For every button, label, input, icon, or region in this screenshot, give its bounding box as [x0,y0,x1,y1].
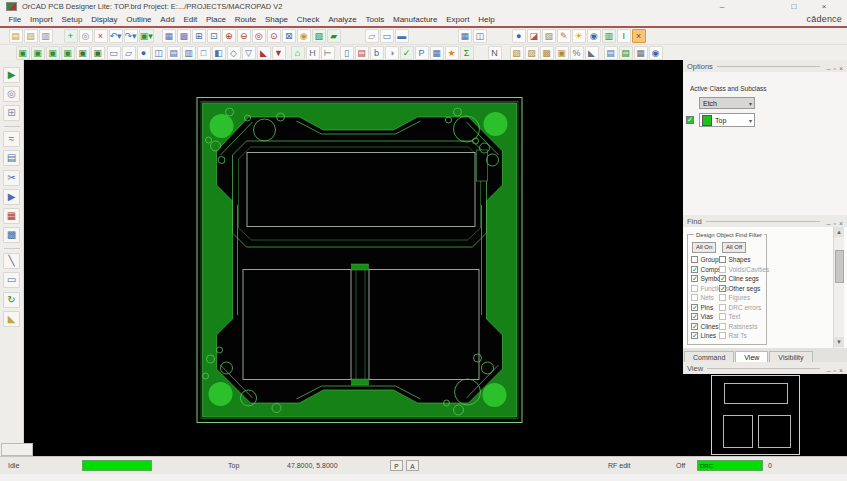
drc-update-icon[interactable]: ✓ [400,46,414,60]
property-edit-icon[interactable]: ▦ [458,29,472,43]
red-grid-icon[interactable]: ▦ [3,208,20,224]
tab-visibility[interactable]: Visibility [769,351,812,362]
world-view-icon[interactable]: ◉ [587,29,601,43]
padstack-lib-icon[interactable]: ▧ [510,46,524,60]
menu-manufacture[interactable]: Manufacture [389,15,442,24]
minimize-button[interactable]: – [714,1,730,12]
clipboard-icon[interactable]: ▯ [340,46,354,60]
rats-all-icon[interactable]: ▩ [177,29,191,43]
design-canvas[interactable] [24,60,683,456]
module-lib-icon[interactable]: ▩ [540,46,554,60]
menu-route[interactable]: Route [230,15,260,24]
refresh-tool-icon[interactable]: ↻ [3,292,20,308]
layer-visibility-icon-3[interactable]: ▣ [46,46,60,60]
close-panel-icon[interactable]: × [839,220,843,227]
redo-icon[interactable]: ↷▾ [124,29,138,43]
layer-visibility-icon-1[interactable]: ▣ [16,46,30,60]
unrats-all-icon[interactable]: ▦ [162,29,176,43]
export-pdf-icon[interactable]: ▤ [604,46,618,60]
save-design-icon[interactable]: ▥ [39,29,53,43]
checkbox-pins[interactable]: ✓ [691,304,698,311]
checkbox-symbols[interactable]: ✓ [691,275,698,282]
menu-analyze[interactable]: Analyze [324,15,361,24]
report-icon[interactable]: ▤ [355,46,369,60]
zoom-world-icon[interactable]: ◎ [252,29,266,43]
via-lib-icon[interactable]: ▨ [525,46,539,60]
report-chart-icon[interactable]: ▥ [602,29,616,43]
zoom-points-icon[interactable]: ⊞ [192,29,206,43]
sum-report-icon[interactable]: Σ [460,46,474,60]
percent-tool-icon[interactable]: % [570,46,584,60]
scrollbar-thumb[interactable] [835,250,844,283]
checkbox-cline-segs[interactable]: ✓ [719,275,726,282]
checkbox-shapes[interactable] [719,256,726,263]
move-icon[interactable]: □ [197,46,211,60]
fillet-icon[interactable]: ◣ [257,46,271,60]
tab-view[interactable]: View [735,351,768,362]
route-tool-icon[interactable]: ≈ [3,131,20,147]
show-element-icon[interactable]: ▱ [365,29,379,43]
home-icon[interactable]: ⌂ [291,46,305,60]
checkbox-comps[interactable]: ✓ [691,266,698,273]
class-dropdown[interactable]: Etch ▾ [699,97,755,109]
new-design-icon[interactable]: ▤ [9,29,23,43]
layer-visibility-icon-4[interactable]: ▣ [61,46,75,60]
find-scrollbar[interactable]: ▲ ▼ [833,227,844,348]
flash-icon[interactable]: ☀ [572,29,586,43]
highlight-icon[interactable]: ▬ [395,29,409,43]
mirror-icon[interactable]: ◧ [212,46,226,60]
blue-grid-icon[interactable]: ▩ [3,227,20,243]
hilite-icon[interactable]: H [306,46,320,60]
export-dxf-icon[interactable]: ▤ [619,46,633,60]
menu-display[interactable]: Display [87,15,122,24]
pick-mode-button[interactable]: P [390,460,403,471]
scroll-up-icon[interactable]: ▲ [834,227,844,237]
shape-edit-icon[interactable]: ◪ [527,29,541,43]
align-icon[interactable]: ▽ [242,46,256,60]
constraint-manager-icon[interactable]: ◫ [473,29,487,43]
all-off-button[interactable]: All Off [722,242,746,253]
label-tool-icon[interactable]: b [370,46,384,60]
checkbox-groups[interactable] [691,256,698,263]
menu-file[interactable]: File [4,15,26,24]
menu-add[interactable]: Add [156,15,179,24]
gear-icon[interactable]: ◎ [79,29,93,43]
spread-icon[interactable]: ● [137,46,151,60]
subclass-checkbox[interactable]: ✓ [686,116,694,124]
delete-icon[interactable]: × [94,29,108,43]
export-idf-icon[interactable]: ▦ [634,46,648,60]
menu-outline[interactable]: Outline [122,15,156,24]
menu-place[interactable]: Place [202,15,231,24]
layer-visibility-icon-5[interactable]: ▣ [76,46,90,60]
tab-command[interactable]: Command [684,351,734,362]
3d-canvas-icon[interactable]: ▧ [312,29,326,43]
menu-help[interactable]: Help [474,15,499,24]
menu-setup[interactable]: Setup [57,15,87,24]
float-panel-icon[interactable]: – [827,220,831,227]
pin-panel-icon[interactable]: ▫ [833,367,835,374]
zoom-fit-icon[interactable]: ⊡ [207,29,221,43]
symbol-lib-icon[interactable]: ▣ [555,46,569,60]
float-panel-icon[interactable]: – [827,367,831,374]
line-tool-icon[interactable]: ╲ [3,253,20,269]
maximize-button[interactable]: □ [786,1,802,12]
menu-edit[interactable]: Edit [179,15,202,24]
shove-icon[interactable]: ▱ [122,46,136,60]
zoom-previous-icon[interactable]: ⊙ [267,29,281,43]
cut-tool-icon[interactable]: ✂ [3,170,20,186]
layer-visibility-icon-6[interactable]: ▣ [91,46,105,60]
menu-tools[interactable]: Tools [361,15,388,24]
play-tool-icon[interactable]: ▶ [3,189,20,205]
subclass-dropdown[interactable]: Top ▾ [699,113,755,127]
zoom-selection-icon[interactable]: ⊠ [282,29,296,43]
fix-element-icon[interactable]: ▣▾ [139,29,154,43]
dim-icon[interactable]: ⊢ [321,46,335,60]
padstack-edit-icon[interactable]: ▨ [542,29,556,43]
layer-visibility-icon-2[interactable]: ▣ [31,46,45,60]
checkbox-vias[interactable]: ✓ [691,313,698,320]
delete-vertex-icon[interactable]: ▼ [272,46,286,60]
pen-tool-icon[interactable]: ✎ [557,29,571,43]
all-on-button[interactable]: All On [692,242,716,253]
checkbox-clines[interactable]: ✓ [691,323,698,330]
slide-icon[interactable]: ▭ [107,46,121,60]
